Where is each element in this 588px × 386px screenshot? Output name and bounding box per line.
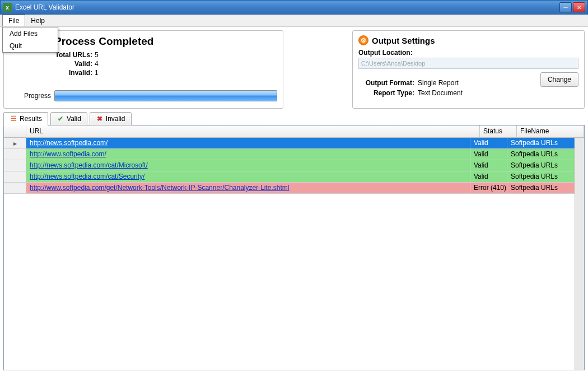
total-urls-value: 5 <box>95 51 99 59</box>
row-marker[interactable] <box>4 171 26 182</box>
url-link[interactable]: http://news.softpedia.com/ <box>30 139 108 147</box>
grid-header-status[interactable]: Status <box>480 125 517 137</box>
progress-bar <box>54 90 277 101</box>
menu-bar: File Help Add Files Quit <box>0 15 588 27</box>
status-cell: Valid <box>470 138 507 148</box>
report-type-label: Report Type: <box>358 89 414 97</box>
invalid-value: 1 <box>95 69 99 77</box>
report-type-value: Text Document <box>418 89 463 97</box>
file-dropdown: Add Files Quit <box>2 27 58 53</box>
check-icon <box>57 115 64 123</box>
vertical-scrollbar[interactable] <box>575 138 584 370</box>
output-location-input[interactable] <box>358 58 578 69</box>
invalid-label: Invalid: <box>54 69 92 77</box>
x-icon <box>96 115 104 123</box>
status-cell: Valid <box>470 160 507 171</box>
output-format-label: Output Format: <box>358 79 414 87</box>
status-cell: Valid <box>470 149 507 160</box>
grid-header: URL Status FileName <box>4 125 584 138</box>
status-title: Process Completed <box>54 35 277 48</box>
menu-add-files[interactable]: Add Files <box>3 27 58 40</box>
results-grid: URL Status FileName ▸http://news.softped… <box>3 125 585 370</box>
valid-value: 4 <box>95 60 99 68</box>
row-marker[interactable] <box>4 149 26 160</box>
row-marker[interactable] <box>4 160 26 171</box>
url-link[interactable]: http://www.softpedia.com/get/Network-Too… <box>30 184 290 192</box>
tabs: Results Valid Invalid <box>3 112 585 125</box>
table-row[interactable]: http://www.softpedia.com/ValidSoftpedia … <box>4 149 575 160</box>
change-button[interactable]: Change <box>540 72 578 87</box>
output-settings-panel: ⚙ Output Settings Output Location: Outpu… <box>352 30 585 109</box>
tab-valid-label: Valid <box>67 115 81 123</box>
row-marker[interactable] <box>4 183 26 193</box>
output-format-value: Single Report <box>418 79 459 87</box>
row-marker[interactable]: ▸ <box>4 138 26 148</box>
output-location-label: Output Location: <box>358 49 578 57</box>
url-link[interactable]: http://www.softpedia.com/ <box>30 150 106 158</box>
url-link[interactable]: http://news.softpedia.com/cat/Microsoft/ <box>30 161 148 169</box>
filename-cell: Softpedia URLs <box>507 160 575 171</box>
tab-invalid-label: Invalid <box>106 115 125 123</box>
menu-help[interactable]: Help <box>25 15 50 26</box>
app-icon: x <box>3 3 12 12</box>
url-cell: http://news.softpedia.com/cat/Security/ <box>26 171 470 182</box>
tab-valid[interactable]: Valid <box>50 112 87 125</box>
output-settings-title: Output Settings <box>372 36 435 45</box>
progress-label: Progress <box>24 92 51 100</box>
menu-quit[interactable]: Quit <box>3 40 58 52</box>
status-cell: Valid <box>470 171 507 182</box>
url-cell: http://www.softpedia.com/get/Network-Too… <box>26 183 470 193</box>
close-button[interactable]: ✕ <box>573 2 585 12</box>
url-cell: http://news.softpedia.com/cat/Microsoft/ <box>26 160 470 171</box>
url-cell: http://news.softpedia.com/ <box>26 138 470 148</box>
table-row[interactable]: http://news.softpedia.com/cat/Security/V… <box>4 171 575 183</box>
valid-label: Valid: <box>54 60 92 68</box>
grid-header-url[interactable]: URL <box>26 125 480 137</box>
table-row[interactable]: ▸http://news.softpedia.com/ValidSoftpedi… <box>4 138 575 149</box>
filename-cell: Softpedia URLs <box>507 138 575 148</box>
url-cell: http://www.softpedia.com/ <box>26 149 470 160</box>
minimize-button[interactable]: ─ <box>559 2 572 12</box>
status-cell: Error (410) <box>470 183 507 193</box>
grid-header-file[interactable]: FileName <box>517 125 584 137</box>
title-bar: x Excel URL Validator ─ ✕ <box>0 0 588 15</box>
filename-cell: Softpedia URLs <box>507 149 575 160</box>
window-title: Excel URL Validator <box>15 3 559 11</box>
table-row[interactable]: http://news.softpedia.com/cat/Microsoft/… <box>4 160 575 171</box>
menu-file[interactable]: File <box>2 15 25 26</box>
tab-invalid[interactable]: Invalid <box>90 112 132 125</box>
filename-cell: Softpedia URLs <box>507 183 575 193</box>
list-icon <box>10 115 17 123</box>
table-row[interactable]: http://www.softpedia.com/get/Network-Too… <box>4 183 575 194</box>
tab-results[interactable]: Results <box>3 112 48 125</box>
grid-header-marker[interactable] <box>4 125 26 137</box>
filename-cell: Softpedia URLs <box>507 171 575 182</box>
gear-icon: ⚙ <box>358 35 368 45</box>
url-link[interactable]: http://news.softpedia.com/cat/Security/ <box>30 173 144 180</box>
tab-results-label: Results <box>20 115 42 123</box>
total-urls-label: Total URLs: <box>54 51 92 59</box>
